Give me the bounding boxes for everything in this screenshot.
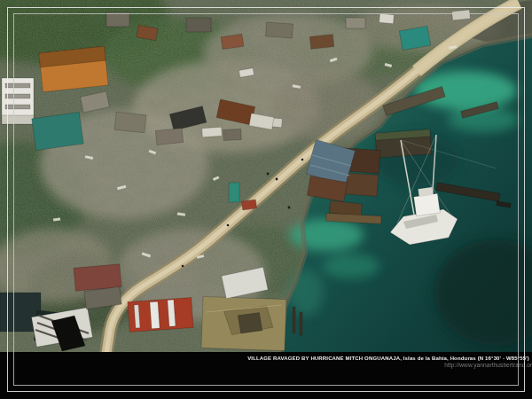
aerial-photo: VILLAGE RAVAGED BY HURRICANE MITCH ONGUA… bbox=[0, 0, 532, 399]
photo-caption: VILLAGE RAVAGED BY HURRICANE MITCH ONGUA… bbox=[247, 356, 529, 361]
olive-hip-roof-building bbox=[201, 296, 286, 350]
red-roof-building bbox=[128, 298, 193, 332]
white-building bbox=[2, 78, 34, 124]
wallpaper-image: VILLAGE RAVAGED BY HURRICANE MITCH ONGUA… bbox=[0, 0, 532, 399]
credit-url: http://www.yannarthusbertrand.org bbox=[444, 362, 532, 369]
teal-roof-building bbox=[32, 112, 83, 150]
boat-cabin bbox=[414, 193, 441, 216]
